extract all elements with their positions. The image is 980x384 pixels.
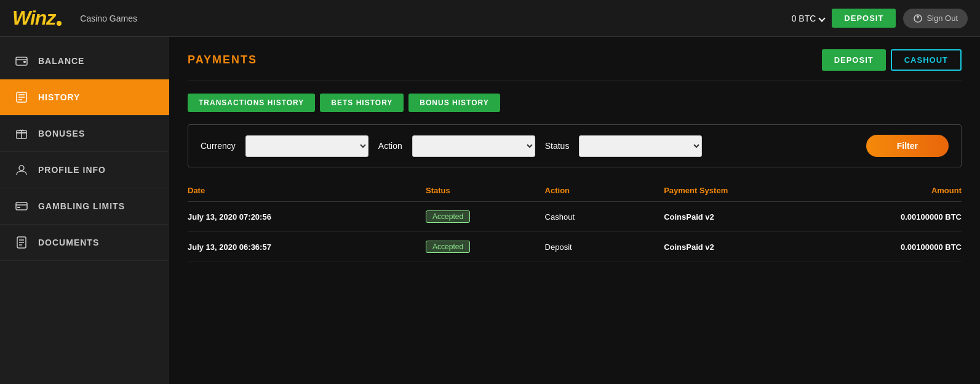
svg-point-6 [19,166,24,170]
row2-status: Accepted [426,241,545,253]
filter-button[interactable]: Filter [866,135,949,157]
currency-label: Currency [201,141,236,151]
status-badge: Accepted [426,241,470,253]
row1-amount: 0.00100000 BTC [842,212,962,222]
action-select[interactable]: Deposit Cashout [412,135,535,157]
sidebar: BALANCE HISTORY BONUSES [0,37,169,384]
status-label: Status [545,141,570,151]
currency-select[interactable]: BTC ETH [245,135,368,157]
layout: BALANCE HISTORY BONUSES [0,37,980,384]
main-content: PAYMENTS DEPOSIT CASHOUT TRANSACTIONS HI… [169,37,980,384]
sidebar-item-gambling-limits[interactable]: GAMBLING LIMITS [0,188,169,225]
header: Winz Casino Games 0 BTC DEPOSIT Sign Out [0,0,980,37]
balance-value: 0 BTC [792,14,816,23]
history-tabs: TRANSACTIONS HISTORY BETS HISTORY BONUS … [188,94,962,112]
header-status: Status [426,186,545,195]
user-icon [15,163,28,177]
card-icon [15,199,28,213]
row2-payment-system: CoinsPaid v2 [664,242,842,252]
sidebar-item-history[interactable]: HISTORY [0,79,169,116]
status-select[interactable]: Accepted Pending [579,135,702,157]
logo-text: Winz [12,7,55,30]
payments-header: PAYMENTS DEPOSIT CASHOUT [188,49,962,81]
sidebar-gambling-label: GAMBLING LIMITS [38,201,125,211]
row2-action: Deposit [545,242,664,252]
payments-deposit-button[interactable]: DEPOSIT [822,49,886,71]
row1-action: Cashout [545,212,664,222]
table-header: Date Status Action Payment System Amount [188,180,962,202]
sidebar-item-documents[interactable]: DOCUMENTS [0,225,169,261]
svg-rect-2 [23,61,26,63]
row1-status: Accepted [426,210,545,223]
signout-button[interactable]: Sign Out [903,9,968,28]
wallet-icon [15,54,28,68]
header-payment-system: Payment System [664,186,842,195]
header-amount: Amount [842,186,962,195]
svg-rect-8 [17,207,20,208]
tab-transactions-history[interactable]: TRANSACTIONS HISTORY [188,94,315,112]
sidebar-item-bonuses[interactable]: BONUSES [0,116,169,152]
sidebar-item-balance[interactable]: BALANCE [0,43,169,79]
filter-area: Currency BTC ETH Action Deposit Cashout … [188,124,962,167]
signout-icon [913,14,923,23]
header-right: 0 BTC DEPOSIT Sign Out [792,9,968,28]
logo-dot [57,21,62,26]
tab-bets-history[interactable]: BETS HISTORY [320,94,404,112]
header-date: Date [188,186,426,195]
payments-cashout-button[interactable]: CASHOUT [891,49,962,71]
signout-label: Sign Out [926,14,958,23]
row2-date: July 13, 2020 06:36:57 [188,242,426,252]
header-action: Action [545,186,664,195]
sidebar-bonuses-label: BONUSES [38,129,85,138]
action-label: Action [378,141,402,151]
doc-icon [15,236,28,249]
tab-bonus-history[interactable]: BONUS HISTORY [408,94,500,112]
gift-icon [15,127,28,140]
payments-header-buttons: DEPOSIT CASHOUT [822,49,962,71]
header-deposit-button[interactable]: DEPOSIT [832,9,896,28]
svg-rect-7 [16,202,27,210]
sidebar-balance-label: BALANCE [38,56,84,66]
logo: Winz [12,7,62,30]
payments-title: PAYMENTS [188,54,257,66]
history-icon [15,90,28,104]
sidebar-documents-label: DOCUMENTS [38,238,99,247]
sidebar-profile-label: PROFILE INFO [38,165,106,175]
status-badge: Accepted [426,210,470,223]
btc-balance[interactable]: 0 BTC [792,14,825,23]
row1-payment-system: CoinsPaid v2 [664,212,842,222]
sidebar-item-profile-info[interactable]: PROFILE INFO [0,152,169,188]
chevron-down-icon [819,15,826,22]
row2-amount: 0.00100000 BTC [842,242,962,252]
table-row: July 13, 2020 06:36:57 Accepted Deposit … [188,232,962,262]
nav-label: Casino Games [80,14,137,23]
row1-date: July 13, 2020 07:20:56 [188,212,426,222]
table-row: July 13, 2020 07:20:56 Accepted Cashout … [188,202,962,232]
sidebar-history-label: HISTORY [38,92,80,102]
